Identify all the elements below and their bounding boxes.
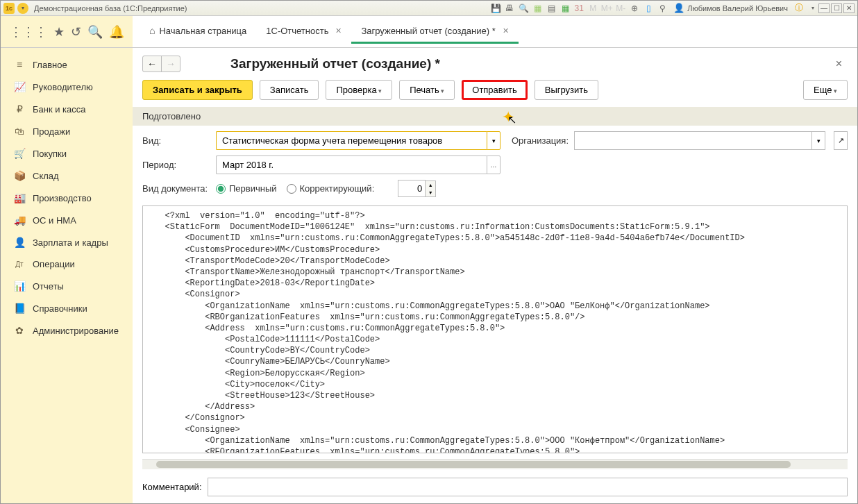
export-button[interactable]: Выгрузить — [535, 80, 598, 100]
sidebar-item-admin[interactable]: ✿Администрирование — [1, 319, 133, 342]
close-page-button[interactable]: × — [830, 55, 848, 73]
sidebar-item-sales[interactable]: 🛍Продажи — [1, 120, 133, 142]
bell-icon[interactable]: 🔔 — [109, 24, 124, 40]
vid-dropdown-button[interactable]: ▾ — [487, 131, 500, 150]
save-and-close-button[interactable]: Записать и закрыть — [142, 80, 253, 100]
page-title: Загруженный отчет (создание) * — [230, 56, 440, 72]
minimize-button[interactable]: — — [818, 3, 830, 13]
truck-icon: 🚚 — [13, 215, 26, 226]
link-icon[interactable]: ⚲ — [657, 3, 668, 14]
star-icon[interactable]: ★ — [53, 24, 65, 40]
app-logo-icon: 1c — [3, 3, 15, 14]
header-row: ← → Загруженный отчет (создание) * × — [133, 48, 857, 76]
radio-primary-input[interactable] — [216, 184, 226, 194]
tabs-bar: ⌂ Начальная страница 1С-Отчетность ✕ Заг… — [133, 16, 857, 47]
grid-icon[interactable]: ▦ — [560, 3, 571, 14]
zoom-icon[interactable]: ⊕ — [629, 3, 640, 14]
spinner-down-button[interactable]: ▼ — [426, 189, 435, 196]
tab-reporting[interactable]: 1С-Отчетность ✕ — [256, 20, 351, 44]
radio-correcting[interactable]: Корректирующий: — [287, 183, 375, 194]
sidebar-item-label: Банк и касса — [33, 104, 86, 115]
form-rows: Вид: ▾ Организация: ▾ ↗ Период: … — [133, 126, 857, 203]
apps-icon[interactable]: ⋮⋮⋮ — [10, 24, 47, 40]
sidebar-item-label: Отчеты — [33, 281, 64, 292]
vid-label: Вид: — [142, 135, 210, 146]
top-row: ⋮⋮⋮ ★ ↺ 🔍 🔔 ⌂ Начальная страница 1С-Отче… — [1, 16, 857, 48]
sidebar-item-main[interactable]: ≡Главное — [1, 53, 133, 76]
vid-input[interactable] — [216, 131, 487, 150]
panel-icon[interactable]: ▯ — [643, 3, 654, 14]
send-button[interactable]: Отправить — [462, 80, 527, 100]
calc-icon[interactable]: ▦ — [532, 3, 543, 14]
m-icon[interactable]: M — [587, 3, 598, 14]
quick-icons: ⋮⋮⋮ ★ ↺ 🔍 🔔 — [1, 16, 133, 47]
sidebar-item-bank[interactable]: ₽Банк и касса — [1, 98, 133, 120]
print-button[interactable]: Печать — [399, 80, 455, 100]
more-button[interactable]: Еще — [803, 80, 848, 100]
doctype-radio-group: Первичный Корректирующий: ▲ ▼ — [216, 180, 436, 197]
radio-correcting-input[interactable] — [287, 184, 296, 194]
org-open-button[interactable]: ↗ — [834, 131, 848, 150]
sidebar-item-production[interactable]: 🏭Производство — [1, 187, 133, 209]
window-title: Демонстрационная база (1С:Предприятие) — [34, 4, 490, 12]
vid-combo: ▾ — [216, 131, 500, 150]
org-dropdown-button[interactable]: ▾ — [811, 131, 825, 150]
maximize-button[interactable]: ☐ — [831, 3, 842, 13]
history-icon[interactable]: ↺ — [71, 24, 81, 40]
save-button[interactable]: Записать — [260, 80, 319, 100]
m-minus-icon[interactable]: M- — [615, 3, 626, 14]
tab-home[interactable]: ⌂ Начальная страница — [140, 19, 256, 44]
sidebar-item-label: Руководителю — [33, 82, 93, 92]
spinner-up-button[interactable]: ▲ — [426, 181, 435, 189]
sidebar-item-catalogs[interactable]: 📘Справочники — [1, 297, 133, 319]
user-block[interactable]: 👤 Любимов Валерий Юрьевич — [673, 3, 788, 13]
check-button[interactable]: Проверка — [326, 80, 392, 100]
period-select-button[interactable]: … — [487, 156, 500, 174]
period-combo: … — [216, 156, 500, 174]
app-menu-dropdown[interactable]: ▾ — [17, 3, 28, 14]
sidebar-item-hr[interactable]: 👤Зарплата и кадры — [1, 231, 133, 253]
correction-number-input[interactable] — [398, 180, 426, 197]
horizontal-scrollbar[interactable] — [142, 459, 848, 469]
save-icon[interactable]: 💾 — [490, 3, 501, 14]
factory-icon: 🏭 — [13, 192, 26, 203]
sidebar-item-label: Продажи — [33, 126, 70, 137]
tab-close-icon[interactable]: ✕ — [503, 26, 509, 35]
radio-primary[interactable]: Первичный — [216, 183, 277, 194]
bag-icon: 🛍 — [13, 126, 26, 137]
scrollbar-thumb[interactable] — [156, 461, 791, 468]
sidebar-item-label: Администрирование — [33, 326, 119, 336]
tab-reporting-label: 1С-Отчетность — [266, 26, 328, 36]
org-input[interactable] — [574, 131, 811, 150]
info-icon[interactable]: ⓘ — [793, 3, 805, 14]
tab-loaded-report[interactable]: Загруженный отчет (создание) * ✕ — [351, 20, 518, 44]
print-icon[interactable]: 🖶 — [504, 3, 515, 14]
sidebar-item-warehouse[interactable]: 📦Склад — [1, 165, 133, 187]
nav-forward-button[interactable]: → — [161, 56, 180, 72]
chart-icon: 📈 — [13, 81, 26, 92]
preview-icon[interactable]: 🔍 — [518, 3, 529, 14]
nav-back-button[interactable]: ← — [142, 56, 162, 72]
correction-number-spinner: ▲ ▼ — [398, 180, 436, 197]
m-plus-icon[interactable]: M+ — [601, 3, 612, 14]
tab-close-icon[interactable]: ✕ — [335, 26, 342, 35]
date-icon[interactable]: 31 — [573, 3, 584, 14]
comment-input[interactable] — [208, 478, 848, 496]
period-input[interactable] — [216, 156, 487, 174]
xml-content-area[interactable]: <?xml version="1.0" encoding="utf-8"?> <… — [142, 205, 848, 453]
sidebar-item-assets[interactable]: 🚚ОС и НМА — [1, 209, 133, 231]
doctype-label: Вид документа: — [142, 183, 210, 194]
radio-correcting-label: Корректирующий: — [300, 183, 375, 194]
search-quick-icon[interactable]: 🔍 — [87, 24, 103, 40]
cart-icon: 🛒 — [13, 148, 26, 159]
sidebar-item-label: Склад — [33, 171, 59, 181]
tab-home-label: Начальная страница — [159, 26, 246, 36]
info-dd-icon[interactable]: ▾ — [807, 3, 818, 14]
sidebar-item-reports[interactable]: 📊Отчеты — [1, 275, 133, 297]
close-window-button[interactable]: ✕ — [843, 3, 855, 13]
sidebar-item-manager[interactable]: 📈Руководителю — [1, 76, 133, 98]
sidebar-item-operations[interactable]: ДтОперации — [1, 253, 133, 275]
comment-label: Комментарий: — [142, 482, 202, 492]
sidebar-item-purchases[interactable]: 🛒Покупки — [1, 142, 133, 165]
calendar-icon[interactable]: ▤ — [546, 3, 557, 14]
